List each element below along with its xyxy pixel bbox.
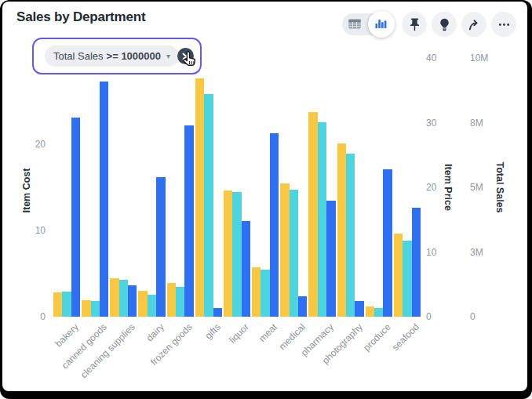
cursor-pointer-icon xyxy=(180,50,199,74)
bar[interactable] xyxy=(62,292,71,317)
ellipsis-icon xyxy=(497,17,512,32)
x-axis-label: meat xyxy=(257,321,279,344)
bar[interactable] xyxy=(91,301,100,317)
axis-tick: 5M xyxy=(470,181,483,194)
axis-tick: 20 xyxy=(426,181,436,194)
bar[interactable] xyxy=(374,308,383,317)
bar[interactable] xyxy=(213,308,222,317)
bar[interactable] xyxy=(148,295,156,317)
axis-tick: 0 xyxy=(426,310,432,323)
chart-card: Sales by Department xyxy=(2,2,527,391)
bar[interactable] xyxy=(394,234,403,317)
pin-icon xyxy=(407,17,422,32)
bar-group-dairy xyxy=(137,58,166,317)
bar[interactable] xyxy=(167,283,176,317)
bar[interactable] xyxy=(82,300,90,317)
bar[interactable] xyxy=(119,280,128,317)
bar-group-meat xyxy=(251,58,279,317)
bar[interactable] xyxy=(412,208,421,317)
bar[interactable] xyxy=(242,221,250,317)
x-axis-label: cleaning supplies xyxy=(78,321,137,380)
bar-group-bakery xyxy=(53,58,81,317)
y-axis-title-right-inner: Item Price xyxy=(443,164,454,211)
bar[interactable] xyxy=(366,307,374,317)
bar-group-photography xyxy=(337,58,365,317)
x-axis-label: liquor xyxy=(227,321,251,346)
axis-tick: 3M xyxy=(470,246,483,259)
bar-group-frozen-goods xyxy=(166,58,195,317)
bar[interactable] xyxy=(204,94,213,317)
bar-group-seafood xyxy=(393,58,421,317)
bar[interactable] xyxy=(176,287,184,317)
bar[interactable] xyxy=(308,112,317,317)
bar[interactable] xyxy=(110,278,118,317)
axis-tick: 0 xyxy=(470,310,476,323)
bar[interactable] xyxy=(252,267,261,317)
lightbulb-icon xyxy=(437,17,452,32)
more-button[interactable] xyxy=(491,12,516,37)
bar[interactable] xyxy=(298,296,307,317)
bar-chart-icon xyxy=(374,17,388,31)
toolbar xyxy=(342,12,516,37)
x-axis-label: gifts xyxy=(202,321,222,341)
bar[interactable] xyxy=(184,125,193,317)
axis-tick: 10 xyxy=(426,246,436,259)
bar[interactable] xyxy=(128,285,137,317)
table-view-toggle[interactable] xyxy=(348,17,362,31)
table-icon xyxy=(348,17,362,31)
axis-tick: 10M xyxy=(470,52,488,64)
bar-group-cleaning-supplies xyxy=(109,58,137,317)
bar[interactable] xyxy=(355,301,363,317)
bar[interactable] xyxy=(383,169,392,317)
bar[interactable] xyxy=(280,183,289,317)
y-axis-title-right-outer: Total Sales xyxy=(494,161,505,212)
bar-group-canned-goods xyxy=(81,58,109,317)
bar[interactable] xyxy=(195,78,204,317)
share-arrow-icon xyxy=(467,17,482,32)
x-axis-label: seafood xyxy=(390,321,421,353)
insights-button[interactable] xyxy=(432,12,457,37)
bar[interactable] xyxy=(346,154,355,317)
bar-group-produce xyxy=(365,58,393,317)
x-axis-label: dairy xyxy=(144,321,166,343)
bar-group-liquor xyxy=(223,58,251,317)
bar[interactable] xyxy=(318,122,326,317)
y-axis-title-left: Item Cost xyxy=(21,169,32,213)
bar[interactable] xyxy=(224,190,232,317)
bar-group-gifts xyxy=(195,58,223,317)
axis-tick: 40 xyxy=(426,52,436,64)
bar[interactable] xyxy=(337,143,346,317)
bar[interactable] xyxy=(270,133,279,317)
bar[interactable] xyxy=(138,291,147,317)
plot-area xyxy=(53,58,421,317)
axis-tick: 8M xyxy=(470,117,483,129)
x-axis-label: produce xyxy=(361,321,393,354)
bar[interactable] xyxy=(326,201,335,317)
pin-button[interactable] xyxy=(402,12,427,37)
bar[interactable] xyxy=(100,82,108,317)
axis-tick: 10 xyxy=(19,224,46,237)
share-button[interactable] xyxy=(461,12,486,37)
bar[interactable] xyxy=(403,241,411,317)
chart-view-toggle[interactable] xyxy=(368,11,395,38)
bar[interactable] xyxy=(232,192,241,317)
bar[interactable] xyxy=(53,292,62,317)
bar[interactable] xyxy=(261,270,269,317)
page-title: Sales by Department xyxy=(16,9,145,25)
axis-tick: 0 xyxy=(19,310,46,323)
view-toggle xyxy=(342,13,392,35)
bar[interactable] xyxy=(156,177,165,317)
axis-tick: 30 xyxy=(426,117,436,129)
bar-group-medical xyxy=(279,58,308,317)
bar-group-pharmacy xyxy=(308,58,336,317)
bar[interactable] xyxy=(290,190,298,317)
axis-tick: 20 xyxy=(19,138,46,151)
bar[interactable] xyxy=(71,118,80,317)
screenshot-frame: Sales by Department xyxy=(0,0,532,399)
